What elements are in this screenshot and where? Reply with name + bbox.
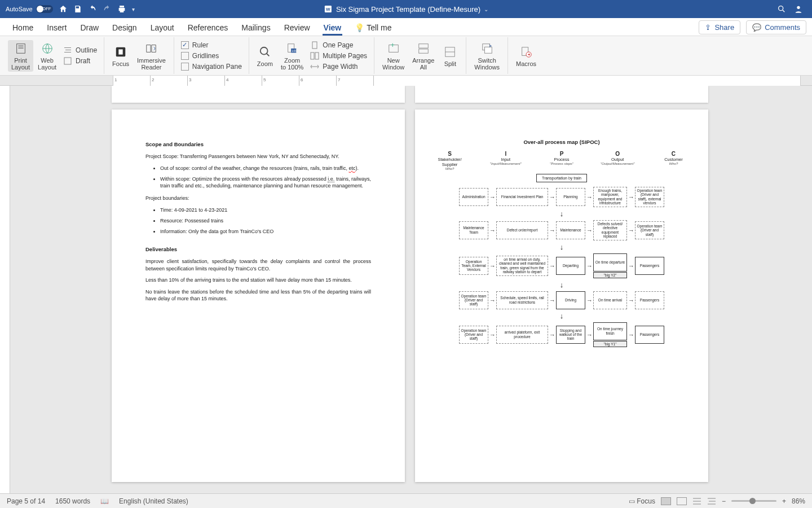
vertical-ruler[interactable] xyxy=(0,86,10,493)
share-button[interactable]: ⇪Share xyxy=(699,20,740,34)
autosave-toggle[interactable]: AutoSave OFF xyxy=(6,5,53,13)
draft-view-icon[interactable] xyxy=(707,497,716,505)
immersive-icon xyxy=(144,41,158,56)
navpane-checkbox[interactable]: Navigation Pane xyxy=(179,62,244,72)
svg-rect-10 xyxy=(64,52,71,52)
macros-icon xyxy=(519,45,533,59)
svg-rect-24 xyxy=(419,49,429,52)
account-icon[interactable] xyxy=(794,5,803,14)
print-icon[interactable] xyxy=(117,5,126,14)
home-icon[interactable] xyxy=(59,5,68,14)
tab-references[interactable]: References xyxy=(181,19,235,36)
print-layout-button[interactable]: Print Layout xyxy=(8,40,33,72)
gridlines-checkbox[interactable]: Gridlines xyxy=(179,51,244,61)
web-layout-view-icon[interactable] xyxy=(677,497,687,505)
undo-icon[interactable] xyxy=(88,5,97,14)
document-area[interactable]: Scope and Boundaries Project Scope: Tran… xyxy=(0,86,812,493)
ribbon: Print Layout Web Layout Outline Draft Fo… xyxy=(0,36,812,76)
split-icon xyxy=(443,45,457,59)
draft-icon xyxy=(63,57,72,65)
body-text: Less than 10% of the arriving trains to … xyxy=(145,277,371,284)
body-text: Improve client satisfaction, specificall… xyxy=(145,258,371,272)
language-indicator[interactable]: English (United States) xyxy=(119,497,188,505)
checkbox-icon xyxy=(181,63,189,71)
arrange-all-button[interactable]: Arrange All xyxy=(409,40,438,72)
list-item: Within scope: Optimize the process with … xyxy=(160,176,371,189)
focus-icon xyxy=(113,45,128,59)
page-width-icon xyxy=(310,63,319,71)
list-item: Out of scope: control of the weather, ch… xyxy=(160,165,371,172)
web-layout-button[interactable]: Web Layout xyxy=(34,40,60,72)
document-page[interactable]: Over-all process map (SIPOC) SStakeholde… xyxy=(415,110,708,482)
tab-view[interactable]: View xyxy=(317,19,348,36)
focus-mode-button[interactable]: ▭ Focus xyxy=(629,497,655,505)
document-title[interactable]: W Six Sigma Project Template (Define-Mes… xyxy=(324,5,488,14)
sipoc-process-title: Transportation by train xyxy=(536,174,587,182)
zoom-slider[interactable] xyxy=(731,500,776,502)
document-page[interactable]: Scope and Boundaries Project Scope: Tran… xyxy=(112,110,405,482)
outline-icon xyxy=(63,46,72,54)
sipoc-grid: Administration→Financial Investment Plan… xyxy=(423,187,700,347)
prev-page-bottom xyxy=(112,86,405,103)
heading: Deliverables xyxy=(145,246,371,252)
horizontal-ruler[interactable]: 1 2 3 4 5 6 7 xyxy=(0,76,812,86)
draft-button[interactable]: Draft xyxy=(61,56,99,66)
svg-rect-5 xyxy=(18,45,23,46)
zoom100-icon: 100 xyxy=(285,41,299,56)
one-page-icon xyxy=(310,41,319,49)
ruler-checkbox[interactable]: ✓Ruler xyxy=(179,40,244,50)
svg-rect-8 xyxy=(64,47,71,48)
print-layout-view-icon[interactable] xyxy=(661,497,671,505)
save-icon[interactable] xyxy=(73,5,82,14)
immersive-reader-button[interactable]: Immersive Reader xyxy=(134,40,169,72)
list-item: Resource: Possessed trains xyxy=(160,217,371,224)
macros-button[interactable]: Macros xyxy=(513,43,540,68)
zoom100-button[interactable]: 100Zoom to 100% xyxy=(277,40,307,72)
qat-customize-icon[interactable]: ▾ xyxy=(132,6,135,12)
switch-windows-button[interactable]: Switch Windows xyxy=(471,40,503,72)
heading: Over-all process map (SIPOC) xyxy=(423,139,700,145)
svg-rect-27 xyxy=(484,47,492,53)
tab-review[interactable]: Review xyxy=(277,19,317,36)
zoom-percent[interactable]: 86% xyxy=(792,497,805,505)
search-icon[interactable] xyxy=(777,5,786,14)
zoom-button[interactable]: Zoom xyxy=(254,43,276,68)
split-button[interactable]: Split xyxy=(439,43,461,68)
focus-button[interactable]: Focus xyxy=(109,43,133,68)
list-item: Information: Only the data got from Trai… xyxy=(160,228,371,235)
page-width-button[interactable]: Page Width xyxy=(308,62,369,72)
tab-insert[interactable]: Insert xyxy=(40,19,73,36)
tab-draw[interactable]: Draw xyxy=(73,19,105,36)
one-page-button[interactable]: One Page xyxy=(308,40,369,50)
svg-rect-20 xyxy=(315,52,319,59)
body-text: Project Scope: Transferring Passengers b… xyxy=(145,153,371,160)
checkbox-checked-icon: ✓ xyxy=(181,41,189,49)
new-window-button[interactable]: +New Window xyxy=(379,40,408,72)
page-indicator[interactable]: Page 5 of 14 xyxy=(7,497,45,505)
body-text: Project boundaries: xyxy=(145,195,371,202)
svg-rect-11 xyxy=(64,58,71,64)
outline-view-icon[interactable] xyxy=(692,497,701,505)
word-count[interactable]: 1650 words xyxy=(55,497,90,505)
svg-point-14 xyxy=(261,47,268,54)
multiple-pages-button[interactable]: Multiple Pages xyxy=(308,51,369,61)
svg-text:W: W xyxy=(326,7,330,12)
comments-button[interactable]: 💬Comments xyxy=(746,20,806,34)
spellcheck-icon[interactable]: 📖 xyxy=(100,497,109,505)
chevron-down-icon: ⌄ xyxy=(484,6,488,12)
tab-mailings[interactable]: Mailings xyxy=(235,19,277,36)
svg-text:+: + xyxy=(390,42,395,49)
zoom-out-button[interactable]: − xyxy=(722,497,726,505)
list-item: Time: 4-09-2021 to 4-23-2021 xyxy=(160,207,371,213)
tab-home[interactable]: Home xyxy=(6,19,40,36)
ribbon-tabs: Home Insert Draw Design Layout Reference… xyxy=(0,18,812,36)
zoom-in-button[interactable]: + xyxy=(782,497,786,505)
redo-icon[interactable] xyxy=(103,5,112,14)
autosave-label: AutoSave xyxy=(6,6,33,12)
tab-tellme[interactable]: 💡Tell me xyxy=(348,19,398,36)
web-layout-icon xyxy=(40,41,55,56)
outline-button[interactable]: Outline xyxy=(61,45,99,55)
tab-design[interactable]: Design xyxy=(105,19,144,36)
tab-layout[interactable]: Layout xyxy=(144,19,181,36)
sipoc-header: SStakeholder/ SupplierWho?IInput"Input/M… xyxy=(423,151,700,170)
